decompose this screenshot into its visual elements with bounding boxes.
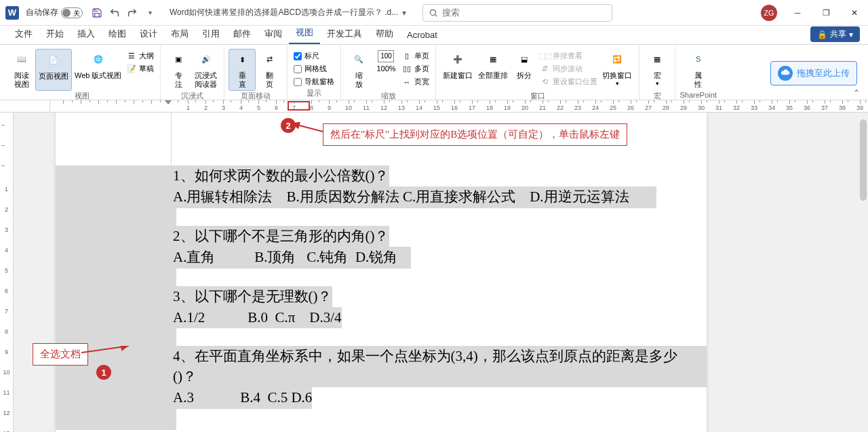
user-avatar[interactable]: ZG (761, 5, 777, 21)
vertical-scrollbar[interactable] (859, 113, 868, 432)
annotation-badge-1: 1 (96, 365, 111, 380)
immersive-reader-button[interactable]: 🔊沉浸式 阅读器 (192, 49, 220, 91)
page-content[interactable]: 1、如何求两个数的最小公倍数()？ A.用辗转相除法 B.用质因数分解法 C.用… (56, 113, 707, 432)
q1-options[interactable]: A.用辗转相除法 B.用质因数分解法 C.用直接求解公式 D.用逆元运算法 (56, 186, 656, 208)
sync-scroll-button: ⇵同步滚动 (538, 63, 599, 75)
group-sp-label: SharePoint (679, 91, 716, 100)
tab-insert[interactable]: 插入 (71, 24, 102, 44)
undo-button[interactable] (107, 5, 122, 20)
group-views: 📖阅读 视图 📄页面视图 🌐Web 版式视图 ☰大纲 📝草稿 视图 (4, 46, 161, 100)
switch-windows-button[interactable]: 🔁切换窗口▾ (599, 49, 635, 91)
tab-help[interactable]: 帮助 (369, 24, 400, 44)
document-area: 12345678910111213 1、如何求两个数的最小公倍数()？ A.用辗… (0, 113, 868, 432)
web-layout-button[interactable]: 🌐Web 版式视图 (72, 49, 124, 91)
autosave-label: 自动保存 (26, 7, 58, 18)
q3-text[interactable]: 3、以下哪个是无理数()？ (56, 286, 332, 307)
annotation-badge-2: 2 (281, 118, 296, 133)
ruler-annotation-highlight (288, 101, 310, 111)
tab-layout[interactable]: 布局 (164, 24, 195, 44)
q1-text[interactable]: 1、如何求两个数的最小公倍数()？ (56, 165, 389, 186)
minimize-button[interactable]: ─ (789, 5, 806, 21)
group-immersive: ▣专 注 🔊沉浸式 阅读器 沉浸式 (161, 46, 224, 100)
svg-point-0 (430, 9, 435, 15)
cloud-upload-icon (778, 66, 793, 81)
view-side-by-side-button: ⬚⬚并排查看 (538, 50, 599, 62)
page-wrap: 1、如何求两个数的最小公倍数()？ A.用辗转相除法 B.用质因数分解法 C.用… (14, 113, 868, 432)
reset-window-button: ⟲重设窗口位置 (538, 76, 599, 87)
scrollbar-thumb[interactable] (860, 119, 867, 201)
ruler-corner (0, 100, 50, 112)
tab-review[interactable]: 审阅 (258, 24, 289, 44)
tab-view[interactable]: 视图 (289, 22, 320, 44)
page-width-button[interactable]: ↔页宽 (399, 76, 431, 87)
tab-mailings[interactable]: 邮件 (226, 24, 258, 44)
close-button[interactable]: ✕ (846, 5, 863, 21)
search-icon (429, 8, 438, 18)
vertical-ruler[interactable]: 12345678910111213 (0, 113, 14, 432)
tab-acrobat[interactable]: Acrobat (400, 26, 444, 44)
group-show-label: 显示 (307, 88, 321, 100)
hundred-percent-button[interactable]: 100100% (372, 49, 399, 91)
annotation-box-2: 然后在"标尺"上找到对应的B选项位置（可自定），单击鼠标左键 (323, 123, 627, 146)
vertical-button[interactable]: ⬍垂 直 (229, 49, 256, 91)
outline-button[interactable]: ☰大纲 (124, 50, 156, 62)
side-to-side-button[interactable]: ⇄翻 页 (256, 49, 283, 91)
arrange-all-button[interactable]: ▦全部重排 (475, 49, 511, 91)
qat-dropdown[interactable]: ▾ (142, 5, 157, 20)
zoom-button[interactable]: 🔍缩 放 (345, 49, 372, 91)
search-box[interactable] (422, 4, 612, 22)
print-layout-button[interactable]: 📄页面视图 (35, 49, 72, 91)
new-window-button[interactable]: ➕新建窗口 (440, 49, 475, 91)
read-mode-button[interactable]: 📖阅读 视图 (8, 49, 35, 91)
save-button[interactable] (90, 5, 104, 20)
split-button[interactable]: ⬓拆分 (511, 49, 538, 91)
q4-text[interactable]: 4、在平面直角坐标系中，如果一个点坐标为(3,4)，那么该点到原点的距离是多少(… (56, 346, 707, 387)
q4-options[interactable]: A.3 B.4 C.5 D.6 (56, 387, 312, 408)
upload-button[interactable]: 拖拽至此上传 (770, 61, 857, 85)
group-sharepoint: S属 性 SharePoint (675, 46, 720, 100)
autosave-toggle[interactable]: 关 (61, 7, 83, 18)
tab-file[interactable]: 文件 (8, 24, 39, 44)
redo-button[interactable] (125, 5, 140, 20)
group-macro: ▦宏▾ 宏 (639, 46, 675, 100)
tab-draw[interactable]: 绘图 (102, 24, 133, 44)
draft-button[interactable]: 📝草稿 (124, 63, 156, 75)
properties-button[interactable]: S属 性 (685, 49, 712, 91)
tab-developer[interactable]: 开发工具 (320, 24, 369, 44)
ruler-checkbox[interactable]: 标尺 (292, 50, 336, 62)
ribbon: 📖阅读 视图 📄页面视图 🌐Web 版式视图 ☰大纲 📝草稿 视图 ▣专 注 🔊… (0, 45, 868, 100)
search-input[interactable] (442, 7, 606, 18)
macros-button[interactable]: ▦宏▾ (644, 49, 671, 91)
gridlines-checkbox[interactable]: 网格线 (292, 63, 336, 75)
one-page-button[interactable]: ▯单页 (399, 50, 431, 62)
group-page-movement: ⬍垂 直 ⇄翻 页 页面移动 (224, 46, 288, 100)
title-bar: W 自动保存 关 ▾ Word如何快速将竖排的选择题ABCD选项合并成一行显示？… (0, 0, 868, 26)
document-title: Word如何快速将竖排的选择题ABCD选项合并成一行显示？ .d... (170, 7, 398, 18)
nav-pane-checkbox[interactable]: 导航窗格 (292, 76, 336, 87)
group-window: ➕新建窗口 ▦全部重排 ⬓拆分 ⬚⬚并排查看 ⇵同步滚动 ⟲重设窗口位置 🔁切换… (436, 46, 639, 100)
q2-options[interactable]: A.直角 B.顶角 C.钝角 D.锐角 (56, 247, 411, 268)
page: 1、如何求两个数的最小公倍数()？ A.用辗转相除法 B.用质因数分解法 C.用… (56, 113, 707, 432)
collapse-ribbon-button[interactable]: ⌃ (853, 88, 860, 98)
annotation-box-1: 全选文档 (33, 343, 88, 366)
word-icon: W (5, 6, 19, 20)
maximize-button[interactable]: ❐ (818, 5, 834, 21)
group-show: 标尺 网格线 导航窗格 显示 (288, 46, 341, 100)
horizontal-ruler-row: 1234567891011121314151617181920212223242… (0, 100, 868, 113)
tab-home[interactable]: 开始 (39, 24, 71, 44)
tab-references[interactable]: 引用 (195, 24, 226, 44)
q3-options[interactable]: A.1/2 B.0 C.π D.3/4 (56, 307, 342, 328)
focus-button[interactable]: ▣专 注 (165, 49, 192, 91)
horizontal-ruler[interactable]: 1234567891011121314151617181920212223242… (50, 100, 868, 112)
title-dropdown[interactable]: ▾ (402, 8, 406, 18)
ribbon-tabs: 文件 开始 插入 绘图 设计 布局 引用 邮件 审阅 视图 开发工具 帮助 Ac… (0, 26, 868, 45)
group-zoom: 🔍缩 放 100100% ▯单页 ▯▯多页 ↔页宽 缩放 (341, 46, 436, 100)
margin-guide (171, 113, 172, 165)
multi-page-button[interactable]: ▯▯多页 (399, 63, 431, 75)
svg-line-1 (435, 14, 437, 16)
q2-text[interactable]: 2、以下哪个不是三角形的内角()？ (56, 226, 389, 247)
share-button[interactable]: 🔒 共享 ▾ (810, 26, 860, 42)
tab-design[interactable]: 设计 (133, 24, 164, 44)
